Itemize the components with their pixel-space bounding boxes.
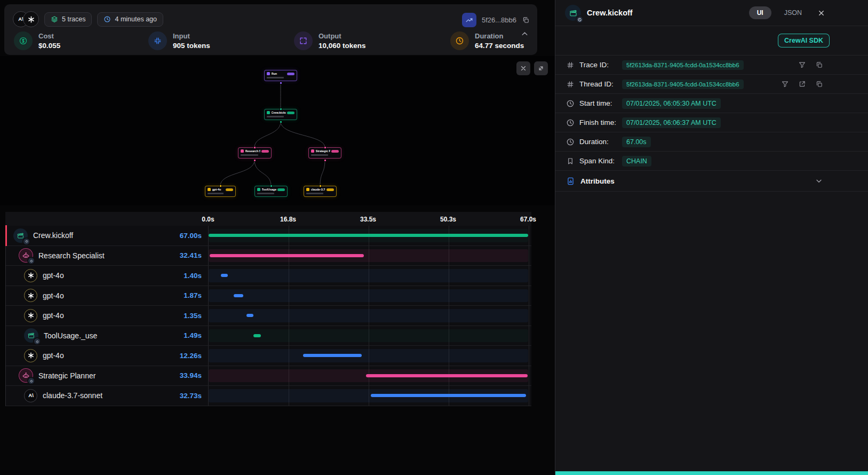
detail-value: 5f2613da-8371-9405-fcdd-0a1534cc8bb6 <box>622 60 744 70</box>
panel-title: Crew.kickoff <box>587 9 743 17</box>
graph-port <box>280 82 282 84</box>
clapperboard-icon <box>569 9 578 18</box>
span-name: gpt-4o <box>43 351 174 360</box>
detail-row-start-time: Start time:07/01/2025, 06:05:30 AM UTC <box>555 94 868 113</box>
axis-tick: 0.0s <box>202 216 214 223</box>
chevron-up-icon[interactable] <box>520 29 529 38</box>
graph-node-run[interactable]: Run <box>264 70 297 81</box>
table-row[interactable]: Strategic Planner33.94s <box>6 366 531 386</box>
graph-close-button[interactable] <box>516 61 530 75</box>
table-row[interactable]: gpt-4o1.87s <box>6 286 531 306</box>
row-label-cell: gpt-4o1.40s <box>6 266 209 286</box>
span-name: gpt-4o <box>43 271 178 280</box>
graph-node-toolusage-use[interactable]: ToolUsage._use <box>254 186 288 197</box>
clock-icon <box>566 138 575 146</box>
table-row[interactable]: gpt-4o1.35s <box>6 306 531 326</box>
metric-label: Duration <box>475 32 524 40</box>
traces-count-label: 5 traces <box>62 15 85 23</box>
crew-icon <box>13 228 28 243</box>
node-subtitle <box>267 116 284 117</box>
trace-id-short: 5f26...8bb6 <box>482 16 516 24</box>
span-duration: 12.26s <box>180 352 202 360</box>
detail-row-duration: Duration:67.00s <box>555 132 868 152</box>
detail-label: Start time: <box>579 99 622 107</box>
node-type-icon <box>208 188 211 191</box>
filter-icon[interactable] <box>798 61 806 69</box>
header-right: 5f26...8bb6 <box>462 13 530 27</box>
agentops-badge-icon <box>27 377 35 385</box>
graph-port <box>253 159 256 162</box>
node-badge <box>287 112 294 114</box>
openai-icon <box>23 11 39 27</box>
node-subtitle <box>241 154 258 156</box>
gridline <box>529 226 529 406</box>
row-chart-cell <box>209 286 528 306</box>
panel-bottom-accent <box>555 471 868 475</box>
graph-node-strategic-planner[interactable]: Strategic Planner <box>308 147 341 159</box>
node-label: Run <box>272 72 286 75</box>
filter-icon[interactable] <box>781 80 789 88</box>
agentops-badge-icon <box>27 257 35 265</box>
trace-chart-button[interactable] <box>462 13 476 27</box>
detail-label: Finish time: <box>579 118 622 126</box>
metric-cost: Cost$0.055 <box>14 31 60 50</box>
node-subtitle <box>311 154 328 156</box>
graph-node-crew-kickoff[interactable]: Crew.kickoff <box>264 109 297 120</box>
metric-label: Input <box>173 32 210 40</box>
tab-json[interactable]: JSON <box>784 9 802 17</box>
graph-port <box>319 185 322 187</box>
external-link-icon[interactable] <box>798 80 806 88</box>
compress-icon <box>148 31 167 50</box>
table-row[interactable]: Crew.kickoff67.00s <box>6 226 531 246</box>
crew-icon <box>24 328 38 343</box>
metric-value: 905 tokens <box>173 42 210 50</box>
metric-value: 10,060 tokens <box>318 42 366 50</box>
clock-icon <box>450 31 469 50</box>
duration-bar <box>371 394 526 397</box>
metric-value: $0.055 <box>38 42 60 50</box>
graph-node-claude-3-7-sonnet[interactable]: claude-3.7-sonnet <box>304 186 337 197</box>
tab-ui[interactable]: UI <box>749 6 771 19</box>
attributes-section[interactable]: Attributes <box>555 171 868 192</box>
time-ago-badge: 4 minutes ago <box>97 12 163 27</box>
graph-node-gpt-4o[interactable]: gpt-4o <box>205 186 236 197</box>
detail-row-trace-id: Trace ID:5f2613da-8371-9405-fcdd-0a1534c… <box>555 56 868 75</box>
table-row[interactable]: ToolUsage._use1.49s <box>6 326 531 346</box>
detail-row-span-kind: Span Kind:CHAIN <box>555 152 868 171</box>
graph-node-research-speciali-[interactable]: Research Speciali... <box>238 147 272 159</box>
row-label-cell: Strategic Planner33.94s <box>6 366 209 386</box>
node-type-icon <box>241 149 244 153</box>
node-badge <box>287 73 294 75</box>
node-type-icon <box>267 111 270 114</box>
copy-icon[interactable] <box>522 16 530 24</box>
table-row[interactable]: Research Specialist32.41s <box>6 246 531 266</box>
dollar-icon <box>14 31 33 50</box>
metric-label: Output <box>318 32 366 40</box>
close-icon[interactable] <box>817 9 825 17</box>
duration-bar <box>246 314 253 317</box>
table-row[interactable]: gpt-4o1.40s <box>6 266 531 286</box>
node-subtitle <box>306 193 323 194</box>
robot-icon <box>19 368 33 383</box>
span-name: Strategic Planner <box>38 371 174 380</box>
copy-icon[interactable] <box>815 61 823 69</box>
span-name: Crew.kickoff <box>33 231 174 240</box>
waterfall-timeline: 0.0s16.8s33.5s50.3s67.0s Crew.kickoff67.… <box>5 212 531 406</box>
copy-icon[interactable] <box>815 80 823 88</box>
graph-controls <box>516 61 548 75</box>
table-row[interactable]: gpt-4o12.26s <box>6 346 531 366</box>
anthropic-icon: A\ <box>24 389 37 402</box>
detail-label: Trace ID: <box>579 61 622 69</box>
openai-icon <box>24 349 37 362</box>
row-chart-cell <box>209 386 528 406</box>
graph-port <box>280 108 282 110</box>
table-row[interactable]: A\claude-3.7-sonnet32.73s <box>6 386 531 406</box>
axis-tick: 16.8s <box>280 216 296 223</box>
crew-icon <box>565 5 581 21</box>
graph-port <box>324 159 327 162</box>
trace-summary-card: A\ 5 traces 4 minutes ago 5f26...8bb6 Co… <box>4 4 537 55</box>
row-label-cell: ToolUsage._use1.49s <box>6 326 209 346</box>
duration-bar <box>366 374 527 377</box>
graph-expand-button[interactable] <box>534 61 548 75</box>
clock-icon <box>566 118 575 127</box>
